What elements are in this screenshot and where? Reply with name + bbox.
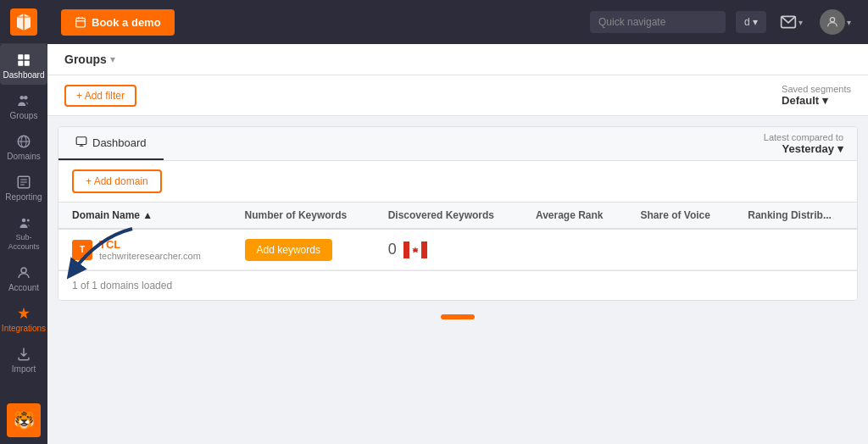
sidebar-item-integrations-label: Integrations — [2, 324, 46, 333]
sidebar-item-sub-accounts[interactable]: Sub-Accounts — [0, 207, 47, 257]
col-avg-rank[interactable]: Average Rank — [522, 203, 627, 229]
saved-segments-value[interactable]: Default ▾ — [782, 94, 851, 107]
latest-compared-label: Latest compared to — [764, 132, 843, 142]
sidebar-item-dashboard[interactable]: Dashboard — [0, 44, 47, 85]
sidebar-item-domains-label: Domains — [7, 152, 40, 161]
sidebar-item-integrations[interactable]: Integrations — [0, 297, 47, 338]
svg-rect-27 — [403, 241, 409, 258]
domains-table: Domain Name ▲ Number of Keywords Discove… — [58, 203, 857, 270]
svg-rect-3 — [18, 61, 23, 66]
profile-avatar — [820, 9, 845, 35]
latest-chevron: ▾ — [837, 142, 843, 155]
svg-point-16 — [21, 268, 26, 273]
saved-segments-chevron: ▾ — [822, 94, 828, 107]
sidebar-bottom: 🐯 — [0, 403, 47, 444]
panel-header: Dashboard Latest compared to Yesterday ▾ — [58, 127, 857, 161]
table-header-row: Domain Name ▲ Number of Keywords Discove… — [58, 203, 857, 229]
svg-point-6 — [24, 96, 28, 100]
domains-loaded-text: 1 of 1 domains loaded — [72, 280, 172, 291]
svg-rect-1 — [18, 54, 23, 59]
domains-table-container: Domain Name ▲ Number of Keywords Discove… — [58, 203, 857, 270]
svg-point-15 — [27, 219, 30, 222]
canada-flag — [403, 241, 427, 258]
monitor-icon — [75, 136, 87, 150]
table-footer: 1 of 1 domains loaded — [58, 270, 857, 300]
sidebar-item-sub-accounts-label: Sub-Accounts — [8, 233, 39, 252]
col-keywords[interactable]: Number of Keywords — [231, 203, 375, 229]
dashboard-tab[interactable]: Dashboard — [58, 127, 164, 160]
col-domain[interactable]: Domain Name ▲ — [58, 203, 231, 229]
svg-rect-23 — [76, 137, 86, 145]
sidebar-item-import[interactable]: Import — [0, 338, 47, 379]
breadcrumb-chevron: ▾ — [110, 53, 115, 65]
ranking-cell — [734, 229, 857, 270]
latest-compared-value[interactable]: Yesterday ▾ — [764, 142, 843, 155]
col-sov[interactable]: Share of Voice — [626, 203, 734, 229]
sidebar-item-account-label: Account — [8, 283, 39, 292]
search-key-button[interactable]: d ▾ — [736, 11, 766, 33]
sidebar-item-reporting[interactable]: Reporting — [0, 166, 47, 207]
breadcrumb-groups[interactable]: Groups — [64, 53, 107, 66]
svg-point-5 — [20, 96, 25, 100]
svg-rect-2 — [25, 54, 30, 59]
sidebar-item-groups-label: Groups — [10, 111, 38, 120]
sidebar-item-import-label: Import — [12, 364, 36, 374]
domain-cell: T TCL techwriteresearcher.com — [58, 229, 231, 270]
book-demo-label: Book a demo — [92, 16, 161, 29]
keywords-cell: Add keywords — [231, 229, 375, 270]
svg-point-14 — [22, 219, 26, 223]
saved-segments-label: Saved segments — [782, 84, 851, 94]
discovered-value: 0 — [388, 241, 397, 258]
profile-button[interactable]: ▾ — [816, 6, 854, 38]
add-filter-label: + Add filter — [76, 90, 125, 102]
sidebar-logo — [0, 0, 47, 44]
sidebar-item-reporting-label: Reporting — [5, 192, 42, 202]
add-domain-label: + Add domain — [86, 175, 148, 187]
content-area: Groups ▾ + Add filter Saved segments Def… — [47, 44, 868, 444]
dashboard-panel: Dashboard Latest compared to Yesterday ▾… — [58, 126, 858, 301]
latest-compared: Latest compared to Yesterday ▾ — [750, 132, 857, 155]
add-domain-row: + Add domain — [58, 161, 857, 203]
mail-button[interactable]: ▾ — [776, 10, 806, 34]
col-discovered[interactable]: Discovered Keywords — [375, 203, 522, 229]
book-demo-button[interactable]: Book a demo — [61, 9, 175, 36]
filter-bar: + Add filter Saved segments Default ▾ — [47, 75, 868, 116]
avg-rank-cell — [522, 229, 627, 270]
topbar: Book a demo d ▾ ▾ ▾ — [47, 0, 868, 44]
sidebar-item-dashboard-label: Dashboard — [3, 70, 45, 80]
mail-chevron: ▾ — [798, 18, 803, 27]
main-content: Book a demo d ▾ ▾ ▾ Groups ▾ — [47, 0, 868, 444]
svg-point-22 — [830, 18, 834, 22]
sidebar: Dashboard Groups Domains Reporting Sub-A… — [0, 0, 47, 444]
domain-name[interactable]: TCL — [99, 238, 201, 251]
scroll-thumb — [441, 314, 475, 319]
profile-chevron: ▾ — [847, 18, 851, 27]
search-chevron: ▾ — [753, 16, 758, 28]
svg-rect-28 — [421, 241, 427, 258]
sidebar-item-account[interactable]: Account — [0, 257, 47, 297]
add-filter-button[interactable]: + Add filter — [64, 85, 136, 107]
sidebar-item-domains[interactable]: Domains — [0, 125, 47, 166]
add-domain-button[interactable]: + Add domain — [72, 169, 162, 193]
sov-cell — [626, 229, 734, 270]
sidebar-item-groups[interactable]: Groups — [0, 85, 47, 125]
quick-navigate-input[interactable] — [590, 11, 726, 33]
domain-favicon: T — [72, 240, 92, 260]
saved-segments: Saved segments Default ▾ — [782, 84, 851, 107]
discovered-cell: 0 — [375, 229, 522, 270]
avatar[interactable]: 🐯 — [7, 403, 41, 437]
add-keywords-button[interactable]: Add keywords — [245, 239, 332, 261]
page-header: Groups ▾ — [47, 44, 868, 75]
domain-url: techwriteresearcher.com — [99, 251, 201, 261]
svg-rect-17 — [76, 18, 86, 26]
dashboard-tab-label: Dashboard — [92, 136, 147, 149]
search-key-label: d — [744, 16, 750, 28]
table-row: T TCL techwriteresearcher.com — [58, 229, 857, 270]
scroll-indicator — [47, 311, 868, 323]
svg-rect-4 — [25, 61, 30, 66]
col-ranking[interactable]: Ranking Distrib... — [734, 203, 857, 229]
